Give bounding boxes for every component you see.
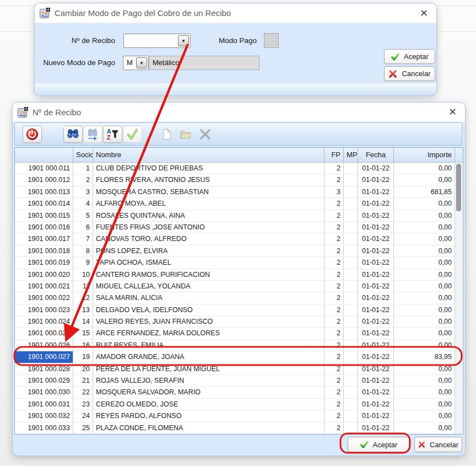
- cell-importe: 0,00: [394, 233, 455, 244]
- open-folder-button[interactable]: [176, 126, 196, 143]
- cell-recibo: 1901 000.032: [15, 410, 73, 421]
- cell-mp: [344, 222, 358, 233]
- new-document-icon: [160, 128, 173, 141]
- cell-nombre: REYES PARDO, ALFONSO: [93, 410, 324, 421]
- table-row[interactable]: 1901 000.023 13 DELGADO VELA, IDELFONSO …: [15, 304, 463, 316]
- cell-fp: 2: [324, 375, 344, 386]
- table-row[interactable]: 1901 000.027 19 AMADOR GRANDE, JOANA 2 0…: [15, 351, 463, 363]
- cell-fecha: 01-01-22: [358, 257, 394, 268]
- accept-button[interactable]: Aceptar: [348, 437, 409, 452]
- table-row[interactable]: 1901 000.017 7 CANOVAS TORO, ALFREDO 2 0…: [15, 233, 463, 245]
- dialog-titlebar[interactable]: Nº de Recibo ✕: [13, 103, 465, 122]
- dialog-title: Nº de Recibo: [33, 108, 442, 117]
- cell-importe: 0,00: [394, 292, 455, 303]
- cross-icon: [388, 69, 397, 78]
- cell-recibo: 1901 000.031: [15, 399, 73, 410]
- recibo-combobox[interactable]: ▼: [123, 34, 191, 48]
- cell-fp: 2: [324, 245, 344, 256]
- column-header-importe[interactable]: Importe: [394, 148, 455, 162]
- table-row[interactable]: 1901 000.011 1 CLUB DEPORTIVO DE PRUEBAS…: [15, 163, 463, 174]
- cell-recibo: 1901 000.013: [15, 186, 73, 197]
- column-header-mp[interactable]: MP: [344, 148, 358, 162]
- cell-nombre: RUIZ REYES, EMILIA: [93, 340, 324, 351]
- cancel-button[interactable]: Cancelar: [414, 437, 462, 452]
- table-row[interactable]: 1901 000.022 12 SALA MARIN, ALICIA 2 01-…: [15, 292, 463, 304]
- cell-fecha: 01-01-22: [358, 281, 394, 292]
- svg-text:A: A: [107, 128, 111, 135]
- cell-fecha: 01-01-22: [358, 387, 394, 398]
- column-header-nombre[interactable]: Nombre: [93, 148, 324, 162]
- cell-fp: 2: [324, 269, 344, 280]
- dialog-title: Cambiar Modo de Pago del Cobro de un Rec…: [55, 8, 414, 18]
- table-row[interactable]: 1901 000.028 20 PEREA DE LA FUENTE, JUAN…: [15, 363, 463, 375]
- table-row[interactable]: 1901 000.018 8 PONS LOPEZ, ELVIRA 2 01-0…: [15, 245, 463, 257]
- close-icon[interactable]: ✕: [447, 106, 458, 118]
- cell-socio: 16: [73, 340, 93, 351]
- table-row[interactable]: 1901 000.030 22 MOSQUERA SALVADOR, MARIO…: [15, 387, 463, 398]
- receipts-grid: Socio Nombre FP MP Fecha Importe 1901 00…: [14, 147, 463, 435]
- cell-recibo: 1901 000.029: [15, 375, 73, 386]
- cancel-button[interactable]: Cancelar: [384, 66, 435, 81]
- table-row[interactable]: 1901 000.019 9 TAPIA OCHOA, ISMAEL 2 01-…: [15, 257, 463, 269]
- table-row[interactable]: 1901 000.024 14 VALERO REYES, JUAN FRANC…: [15, 316, 463, 328]
- power-exit-button[interactable]: [23, 126, 42, 143]
- cell-fecha: 01-01-22: [358, 375, 394, 386]
- sort-filter-button[interactable]: A Z: [103, 126, 122, 143]
- cell-recibo: 1901 000.020: [15, 269, 73, 280]
- cell-fp: 2: [324, 174, 344, 185]
- nuevo-modo-combobox[interactable]: M ▼: [123, 56, 149, 70]
- column-header-socio[interactable]: Socio: [73, 148, 93, 162]
- table-row[interactable]: 1901 000.012 2 FLORES RIVERA, ANTONIO JE…: [15, 174, 463, 186]
- new-document-button[interactable]: [157, 126, 176, 143]
- cell-socio: 11: [73, 281, 93, 292]
- cell-fp: 2: [324, 363, 344, 374]
- accept-button[interactable]: Aceptar: [384, 49, 435, 64]
- table-row[interactable]: 1901 000.021 11 MIGUEL CALLEJA, YOLANDA …: [15, 281, 463, 292]
- table-row[interactable]: 1901 000.014 4 ALFARO MOYA, ABEL 2 01-01…: [15, 198, 463, 210]
- cell-recibo: 1901 000.014: [15, 198, 73, 209]
- cell-recibo: 1901 000.018: [15, 245, 73, 256]
- chevron-down-icon[interactable]: ▼: [136, 57, 147, 68]
- table-row[interactable]: 1901 000.015 5 ROSALES QUINTANA, AINA 2 …: [15, 210, 463, 222]
- cell-socio: 24: [73, 410, 93, 421]
- column-header-recibo[interactable]: [15, 148, 73, 162]
- cell-fp: 2: [324, 281, 344, 292]
- modo-pago-box[interactable]: [264, 33, 279, 48]
- cell-socio: 23: [73, 399, 93, 410]
- cell-nombre: ALFARO MOYA, ABEL: [93, 198, 324, 209]
- chevron-down-icon[interactable]: ▼: [178, 35, 189, 46]
- table-row[interactable]: 1901 000.029 21 ROJAS VALLEJO, SERAFIN 2…: [15, 375, 463, 387]
- power-exit-icon: [26, 128, 39, 141]
- column-header-fecha[interactable]: Fecha: [358, 148, 394, 162]
- table-row[interactable]: 1901 000.020 10 CANTERO RAMOS, PURIFICAC…: [15, 269, 463, 281]
- cell-nombre: CEREZO OLMEDO, JOSE: [93, 399, 324, 410]
- toolbar: A Z: [14, 122, 462, 146]
- scrollbar-thumb[interactable]: [456, 164, 461, 211]
- cell-importe: 0,00: [394, 399, 455, 410]
- cell-socio: 7: [73, 233, 93, 244]
- search-next-button[interactable]: [83, 126, 102, 143]
- dialog-footer-strip: [35, 83, 436, 95]
- delete-button[interactable]: [196, 126, 215, 143]
- column-header-fp[interactable]: FP: [324, 148, 344, 162]
- dialog-titlebar[interactable]: Cambiar Modo de Pago del Cobro de un Rec…: [35, 3, 436, 23]
- table-row[interactable]: 1901 000.032 24 REYES PARDO, ALFONSO 2 0…: [15, 410, 463, 422]
- close-icon[interactable]: ✕: [418, 7, 430, 19]
- table-row[interactable]: 1901 000.016 6 FUENTES FRIAS ,JOSE ANTON…: [15, 222, 463, 233]
- cell-nombre: CANTERO RAMOS, PURIFICACION: [93, 269, 324, 280]
- cell-importe: 0,00: [394, 375, 455, 386]
- table-row[interactable]: 1901 000.025 15 ARCE FERNANDEZ, MARIA DO…: [15, 328, 463, 339]
- cell-fecha: 01-01-22: [358, 399, 394, 410]
- cell-nombre: VALERO REYES, JUAN FRANCISCO: [93, 316, 324, 327]
- search-button[interactable]: [63, 126, 83, 143]
- cell-recibo: 1901 000.011: [15, 163, 73, 174]
- table-row[interactable]: 1901 000.013 3 MOSQUERA CASTRO, SEBASTIA…: [15, 186, 463, 198]
- table-row[interactable]: 1901 000.033 25 PLAZA CONDE, FILOMENA 2 …: [15, 422, 463, 434]
- cell-importe: 0,00: [394, 340, 455, 351]
- cell-importe: 0,00: [394, 198, 455, 209]
- confirm-button[interactable]: [123, 126, 142, 143]
- recibo-label: Nº de Recibo: [45, 34, 115, 48]
- table-row[interactable]: 1901 000.026 16 RUIZ REYES, EMILIA 2 01-…: [15, 340, 463, 351]
- vertical-scrollbar[interactable]: [455, 163, 462, 433]
- table-row[interactable]: 1901 000.031 23 CEREZO OLMEDO, JOSE 2 01…: [15, 399, 463, 410]
